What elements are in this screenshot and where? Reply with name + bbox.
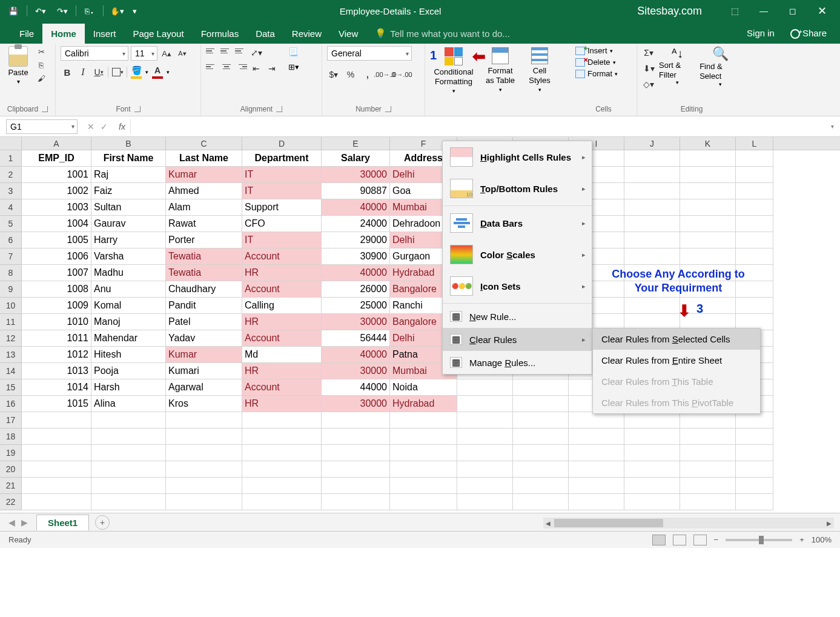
cell-B9[interactable]: Anu bbox=[91, 281, 166, 298]
row-header-5[interactable]: 5 bbox=[0, 216, 22, 232]
cell-E1[interactable]: Salary bbox=[322, 150, 390, 167]
cell-A20[interactable] bbox=[22, 461, 91, 478]
cell-A3[interactable]: 1002 bbox=[22, 183, 91, 199]
cell-H15[interactable] bbox=[513, 379, 569, 396]
row-header-13[interactable]: 13 bbox=[0, 347, 22, 363]
comma-format-icon[interactable]: , bbox=[361, 68, 374, 81]
paste-button[interactable]: Paste ▾ bbox=[5, 46, 31, 85]
clear-rules-selected-cells[interactable]: Clear Rules from Selected Cells bbox=[593, 329, 760, 350]
merge-center-button[interactable]: ⊞▾ bbox=[286, 61, 302, 73]
column-header-K[interactable]: K bbox=[680, 137, 736, 150]
cell-C17[interactable] bbox=[166, 412, 242, 429]
cell-H22[interactable] bbox=[513, 494, 569, 510]
undo-icon[interactable]: ↶▾ bbox=[31, 2, 50, 19]
cell-B11[interactable]: Manoj bbox=[91, 314, 166, 330]
align-top-icon[interactable] bbox=[206, 46, 218, 56]
cell-B18[interactable] bbox=[91, 429, 166, 445]
row-header-18[interactable]: 18 bbox=[0, 429, 22, 445]
close-icon[interactable]: ✕ bbox=[810, 2, 834, 19]
cell-L10[interactable] bbox=[736, 298, 773, 314]
cell-G21[interactable] bbox=[457, 478, 513, 494]
cell-C9[interactable]: Chaudhary bbox=[166, 281, 242, 298]
cell-D15[interactable]: Account bbox=[242, 379, 322, 396]
cell-C8[interactable]: Tewatia bbox=[166, 265, 242, 281]
add-sheet-button[interactable]: + bbox=[95, 515, 110, 530]
cell-L7[interactable] bbox=[736, 248, 773, 265]
border-button[interactable]: ▾ bbox=[111, 65, 124, 79]
scroll-thumb[interactable] bbox=[554, 519, 663, 527]
orientation-icon[interactable]: ⤢▾ bbox=[250, 46, 263, 59]
cell-H19[interactable] bbox=[513, 445, 569, 461]
font-size-dropdown[interactable]: 11 bbox=[131, 46, 157, 61]
cell-E18[interactable] bbox=[322, 429, 390, 445]
format-painter-icon[interactable]: 🖌 bbox=[35, 73, 47, 84]
cell-E3[interactable]: 90887 bbox=[322, 183, 390, 199]
cell-D13[interactable]: Md bbox=[242, 347, 322, 363]
sign-in-link[interactable]: Sign in bbox=[741, 23, 781, 43]
cell-D10[interactable]: Calling bbox=[242, 298, 322, 314]
cell-K17[interactable] bbox=[680, 412, 736, 429]
cell-G22[interactable] bbox=[457, 494, 513, 510]
cell-D16[interactable]: HR bbox=[242, 396, 322, 412]
cell-A10[interactable]: 1009 bbox=[22, 298, 91, 314]
cell-F21[interactable] bbox=[390, 478, 457, 494]
cell-I20[interactable] bbox=[569, 461, 624, 478]
cell-B16[interactable]: Alina bbox=[91, 396, 166, 412]
cell-B6[interactable]: Harry bbox=[91, 232, 166, 248]
cell-J10[interactable] bbox=[624, 298, 680, 314]
cell-B2[interactable]: Raj bbox=[91, 167, 166, 183]
increase-decimal-icon[interactable]: .00→.0 bbox=[378, 68, 391, 81]
tab-review[interactable]: Review bbox=[283, 24, 330, 44]
cell-K3[interactable] bbox=[680, 183, 736, 199]
maximize-icon[interactable]: ◻ bbox=[781, 2, 805, 19]
cell-A8[interactable]: 1007 bbox=[22, 265, 91, 281]
cf-highlight-cells-rules[interactable]: Highlight Cells Rules bbox=[443, 141, 592, 173]
cell-A12[interactable]: 1011 bbox=[22, 330, 91, 347]
fx-icon[interactable]: fx bbox=[114, 122, 130, 132]
row-header-8[interactable]: 8 bbox=[0, 265, 22, 281]
align-middle-icon[interactable] bbox=[220, 46, 233, 56]
column-header-A[interactable]: A bbox=[22, 137, 91, 150]
cell-G19[interactable] bbox=[457, 445, 513, 461]
row-header-14[interactable]: 14 bbox=[0, 363, 22, 379]
font-color-button[interactable]: A bbox=[151, 65, 164, 79]
tab-formulas[interactable]: Formulas bbox=[193, 24, 248, 44]
sort-filter-button[interactable]: ᴬ↓Sort & Filter▾ bbox=[659, 46, 696, 86]
tell-me-search[interactable]: 💡Tell me what you want to do... bbox=[375, 23, 510, 44]
clear-icon[interactable]: ◇▾ bbox=[642, 78, 655, 91]
cell-A19[interactable] bbox=[22, 445, 91, 461]
cell-E16[interactable]: 30000 bbox=[322, 396, 390, 412]
cell-E5[interactable]: 24000 bbox=[322, 216, 390, 232]
cell-G18[interactable] bbox=[457, 429, 513, 445]
cell-L20[interactable] bbox=[736, 461, 773, 478]
column-header-J[interactable]: J bbox=[624, 137, 680, 150]
cell-A1[interactable]: EMP_ID bbox=[22, 150, 91, 167]
cell-J21[interactable] bbox=[624, 478, 680, 494]
cell-J22[interactable] bbox=[624, 494, 680, 510]
cell-A16[interactable]: 1015 bbox=[22, 396, 91, 412]
cell-A11[interactable]: 1010 bbox=[22, 314, 91, 330]
cell-J3[interactable] bbox=[624, 183, 680, 199]
zoom-level[interactable]: 100% bbox=[812, 535, 832, 544]
cell-E19[interactable] bbox=[322, 445, 390, 461]
cell-C12[interactable]: Yadav bbox=[166, 330, 242, 347]
decrease-indent-icon[interactable]: ⇤ bbox=[250, 62, 263, 75]
scroll-right-icon[interactable]: ▶ bbox=[827, 520, 832, 527]
bold-button[interactable]: B bbox=[61, 65, 74, 79]
row-header-9[interactable]: 9 bbox=[0, 281, 22, 298]
cell-C13[interactable]: Kumar bbox=[166, 347, 242, 363]
tab-file[interactable]: File bbox=[11, 24, 42, 44]
row-header-11[interactable]: 11 bbox=[0, 314, 22, 330]
fill-color-button[interactable]: 🪣 bbox=[130, 65, 143, 79]
cell-D19[interactable] bbox=[242, 445, 322, 461]
customize-qat-icon[interactable]: ⎘▾ bbox=[80, 2, 99, 19]
cell-A7[interactable]: 1006 bbox=[22, 248, 91, 265]
cell-B12[interactable]: Mahendar bbox=[91, 330, 166, 347]
cell-I19[interactable] bbox=[569, 445, 624, 461]
cell-C20[interactable] bbox=[166, 461, 242, 478]
share-button[interactable]: Share bbox=[784, 23, 833, 44]
expand-formula-bar-icon[interactable]: ▾ bbox=[825, 123, 840, 130]
cell-K18[interactable] bbox=[680, 429, 736, 445]
align-bottom-icon[interactable] bbox=[235, 46, 247, 56]
row-header-3[interactable]: 3 bbox=[0, 183, 22, 199]
